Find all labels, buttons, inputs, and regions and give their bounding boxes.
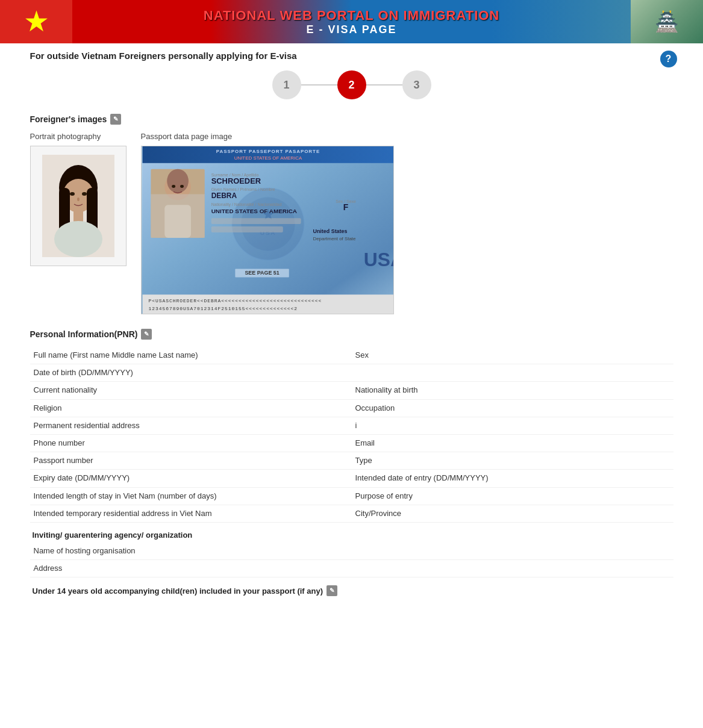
svg-text:Department of State: Department of State [313, 236, 356, 241]
svg-rect-24 [151, 194, 204, 237]
intended-date-label: Intended date of entry (DD/MM/YYYY) [352, 470, 673, 487]
table-row: Current nationality Nationality at birth [30, 382, 673, 399]
svg-text:UNITED STATES OF AMERICA: UNITED STATES OF AMERICA [211, 208, 296, 214]
svg-text:Nationality / Nationalité / Na: Nationality / Nationalité / Nacionalidad [211, 202, 281, 207]
dob-label: Date of birth (DD/MM/YYYY) [30, 364, 352, 382]
passport-data-label: Passport data page image [141, 132, 394, 141]
foreigner-images-icon: ✎ [110, 114, 121, 125]
portrait-svg [42, 155, 114, 257]
pagoda-icon: 🏯 [655, 10, 679, 33]
table-row: Date of birth (DD/MM/YYYY) [30, 364, 673, 382]
step-1-circle[interactable]: 1 [272, 70, 301, 99]
svg-text:USA: USA [363, 249, 393, 270]
portrait-label: Portrait photography [30, 132, 127, 141]
svg-rect-5 [73, 210, 83, 222]
expiry-date-label: Expiry date (DD/MM/YYYY) [30, 470, 352, 487]
occupation-label: Occupation [352, 399, 673, 417]
passport-number-label: Passport number [30, 452, 352, 470]
svg-rect-31 [211, 218, 301, 224]
svg-text:SEE PAGE 51: SEE PAGE 51 [245, 270, 279, 276]
page-container: ? For outside Vietnam Foreigners persona… [20, 43, 683, 606]
step-line-2 [366, 84, 402, 86]
table-row: Name of hosting organisation [30, 543, 673, 560]
svg-text:SCHROEDER: SCHROEDER [211, 176, 261, 185]
help-button[interactable]: ? [660, 51, 677, 67]
svg-text:F: F [343, 202, 348, 212]
personal-info-section: Personal Information(PNR) ✎ Full name (F… [30, 329, 673, 523]
child-label: Under 14 years old accompanying child(re… [30, 582, 673, 599]
dob-right [352, 364, 673, 382]
flag-vietnam: ★ [0, 0, 72, 43]
table-row: Intended temporary residential address i… [30, 505, 673, 522]
table-row: Phone number Email [30, 434, 673, 452]
svg-text:UNITED STATES OF AMERICA: UNITED STATES OF AMERICA [234, 155, 302, 161]
header-title-bottom: E - VISA PAGE [0, 23, 703, 36]
svg-rect-32 [211, 226, 283, 232]
svg-text:United States: United States [313, 228, 347, 234]
purpose-of-entry-label: Purpose of entry [352, 487, 673, 505]
svg-text:PASSPORT   PASSEPORT   PASAPOR: PASSPORT PASSEPORT PASAPORTE [216, 149, 319, 154]
address-right: i [352, 417, 673, 434]
table-row: Passport number Type [30, 452, 673, 470]
svg-text:1234567890USA7012314F2510155<<: 1234567890USA7012314F2510155<<<<<<<<<<<<… [148, 306, 298, 311]
temp-address-label: Intended temporary residential address i… [30, 505, 352, 522]
type-label: Type [352, 452, 673, 470]
svg-point-7 [70, 192, 75, 196]
svg-point-22 [172, 185, 175, 188]
child-icon: ✎ [327, 585, 337, 596]
svg-point-23 [180, 185, 184, 188]
table-row: Expiry date (DD/MM/YYYY) Intended date o… [30, 470, 673, 487]
step-line-1 [301, 84, 337, 86]
invite-table: Name of hosting organisation Address [30, 543, 673, 577]
svg-text:P<USASCHROEDER<<DEBRA<<<<<<<<<: P<USASCHROEDER<<DEBRA<<<<<<<<<<<<<<<<<<<… [148, 298, 322, 303]
personal-info-title: Personal Information(PNR) [30, 329, 138, 339]
svg-text:DEBRA: DEBRA [211, 191, 237, 200]
foreigner-images-title: Foreigner's images [30, 114, 107, 124]
svg-point-9 [77, 198, 80, 201]
hosting-name-right [352, 543, 673, 560]
table-row: Religion Occupation [30, 399, 673, 417]
address-field-label: Address [30, 560, 352, 577]
length-of-stay-label: Intended length of stay in Viet Nam (num… [30, 487, 352, 505]
fullname-label: Full name (First name Middle name Last n… [30, 347, 352, 364]
table-row: Address [30, 560, 673, 577]
address-field-right [352, 560, 673, 577]
header-title-block: NATIONAL WEB PORTAL ON IMMIGRATION E - V… [0, 8, 703, 36]
table-row: Full name (First name Middle name Last n… [30, 347, 673, 364]
hosting-name-label: Name of hosting organisation [30, 543, 352, 560]
step-2-circle[interactable]: 2 [337, 70, 366, 99]
table-row: Intended length of stay in Viet Nam (num… [30, 487, 673, 505]
city-province-label: City/Province [352, 505, 673, 522]
page-header: ★ NATIONAL WEB PORTAL ON IMMIGRATION E -… [0, 0, 703, 43]
passport-svg: PASSPORT PASSEPORT PASAPORTE UNITED STAT… [142, 146, 394, 314]
invite-label: Inviting/ guarentering agency/ organizat… [30, 527, 673, 543]
personal-info-table: Full name (First name Middle name Last n… [30, 347, 673, 523]
step-3-circle[interactable]: 3 [402, 70, 431, 99]
svg-point-8 [82, 192, 87, 196]
header-pagoda-image: 🏯 [631, 0, 703, 43]
foreigner-images-section-header: Foreigner's images ✎ [30, 114, 673, 125]
passport-block: Passport data page image [141, 132, 394, 314]
personal-info-icon: ✎ [141, 329, 152, 340]
personal-info-header: Personal Information(PNR) ✎ [30, 329, 673, 340]
step-indicator: 1 2 3 [30, 70, 673, 99]
religion-label: Religion [30, 399, 352, 417]
email-label: Email [352, 434, 673, 452]
invite-section: Inviting/ guarentering agency/ organizat… [30, 527, 673, 577]
svg-point-20 [167, 169, 189, 193]
table-row: Permanent residential address i [30, 417, 673, 434]
sex-label: Sex [352, 347, 673, 364]
portrait-box [30, 146, 127, 266]
current-nationality-label: Current nationality [30, 382, 352, 399]
star-icon: ★ [23, 7, 49, 36]
phone-label: Phone number [30, 434, 352, 452]
portrait-block: Portrait photography [30, 132, 127, 314]
nationality-at-birth-label: Nationality at birth [352, 382, 673, 399]
permanent-address-label: Permanent residential address [30, 417, 352, 434]
svg-point-6 [54, 221, 102, 257]
passport-img-box: PASSPORT PASSEPORT PASAPORTE UNITED STAT… [141, 146, 394, 314]
images-section: Portrait photography [30, 132, 673, 314]
child-section: Under 14 years old accompanying child(re… [30, 582, 673, 599]
page-heading: For outside Vietnam Foreigners personall… [30, 51, 673, 61]
header-title-top: NATIONAL WEB PORTAL ON IMMIGRATION [0, 8, 703, 23]
